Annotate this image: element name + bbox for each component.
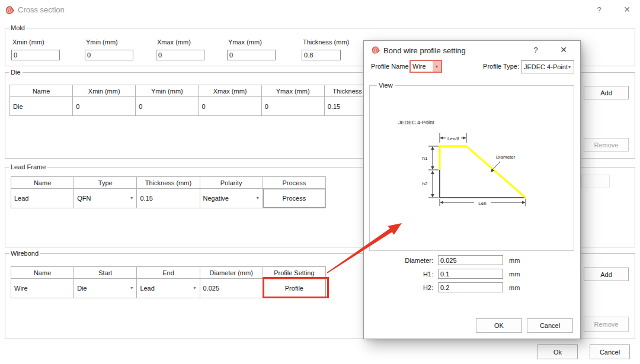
die-remove-button[interactable]: Remove — [584, 138, 629, 152]
h1-label: H1: — [376, 270, 433, 278]
die-add-button[interactable]: Add — [584, 86, 629, 99]
wb-cell-name[interactable]: Wire — [11, 279, 74, 298]
chevron-down-icon: ▾ — [130, 196, 133, 201]
app-icon — [371, 46, 380, 55]
h2-label: H2: — [376, 284, 433, 291]
h2-unit: mm — [509, 284, 520, 291]
mold-xmin-label: Xmin (mm) — [12, 38, 44, 46]
process-button[interactable]: Process — [263, 189, 325, 208]
h1-unit: mm — [509, 270, 520, 278]
leadframe-header-row: Name Type Thickness (mm) Polarity Proces… — [11, 177, 326, 189]
lf-cell-process: Process — [263, 189, 325, 208]
cancel-button[interactable]: Cancel — [590, 344, 630, 359]
chevron-down-icon: ▾ — [257, 196, 259, 201]
profile-name-combo[interactable]: Wire ▾ — [409, 60, 442, 73]
wirebond-table: Name Start End Diameter (mm) Profile Set… — [11, 266, 326, 298]
wirebond-remove-button[interactable]: Remove — [584, 317, 629, 332]
wire-profile-diagram: JEDEC 4-Point Len/8 — [370, 86, 574, 250]
chevron-down-icon: ▾ — [130, 286, 133, 291]
die-col-xmin: Xmin (mm) — [73, 85, 136, 97]
wirebond-row: Wire Die ▾ Lead ▾ 0.025 Profile — [11, 279, 326, 298]
die-cell-name[interactable]: Die — [10, 97, 73, 116]
wb-col-profile: Profile Setting — [263, 267, 325, 279]
chevron-down-icon: ▾ — [194, 286, 196, 291]
profile-name-label: Profile Name — [371, 63, 409, 70]
mold-ymax-label: Ymax (mm) — [228, 38, 262, 46]
die-header-row: Name Xmin (mm) Ymin (mm) Xmax (mm) Ymax … — [10, 85, 388, 97]
die-group-title: Die — [9, 69, 23, 76]
mold-ymin-label: Ymin (mm) — [86, 38, 118, 46]
view-group: View JEDEC 4-Point Len/8 — [369, 85, 574, 251]
lf-col-type: Type — [74, 177, 137, 189]
die-col-name: Name — [10, 85, 73, 97]
dialog-ok-button[interactable]: OK — [476, 318, 522, 333]
mold-group-title: Mold — [9, 24, 27, 31]
wb-col-end: End — [137, 267, 200, 279]
chevron-down-icon: ▾ — [568, 65, 574, 70]
lf-col-process: Process — [263, 177, 325, 189]
wirebond-group-title: Wirebond — [9, 250, 40, 257]
die-col-xmax: Xmax (mm) — [199, 85, 261, 97]
svg-text:Len: Len — [478, 201, 486, 206]
chevron-down-icon: ▾ — [433, 61, 441, 72]
lf-cell-name[interactable]: Lead — [11, 189, 74, 208]
lf-col-name: Name — [11, 177, 74, 189]
profile-type-label: Profile Type: — [471, 63, 519, 70]
dialog-cancel-button[interactable]: Cancel — [527, 318, 573, 333]
wb-cell-start[interactable]: Die ▾ — [74, 279, 137, 298]
wb-cell-end[interactable]: Lead ▾ — [137, 279, 200, 298]
wirebond-add-button[interactable]: Add — [584, 268, 629, 281]
die-col-ymax: Ymax (mm) — [261, 85, 324, 97]
diameter-unit: mm — [509, 257, 520, 264]
mold-xmax-label: Xmax (mm) — [157, 38, 191, 46]
lf-cell-type[interactable]: QFN ▾ — [74, 189, 137, 208]
die-cell-xmax[interactable]: 0 — [199, 97, 261, 116]
h1-input[interactable] — [438, 269, 503, 279]
ok-button[interactable]: Ok — [537, 344, 578, 359]
die-table: Name Xmin (mm) Ymin (mm) Xmax (mm) Ymax … — [9, 85, 388, 116]
die-col-ymin: Ymin (mm) — [136, 85, 199, 97]
h2-input[interactable] — [438, 282, 503, 292]
mold-ymax-input[interactable] — [227, 50, 276, 60]
svg-text:Diameter: Diameter — [496, 154, 516, 160]
svg-text:h1: h1 — [423, 156, 428, 161]
leadframe-table: Name Type Thickness (mm) Polarity Proces… — [11, 176, 326, 208]
wb-col-diameter: Diameter (mm) — [200, 267, 263, 279]
die-cell-ymax[interactable]: 0 — [261, 97, 324, 116]
view-group-title: View — [377, 82, 395, 89]
close-icon[interactable]: ✕ — [620, 5, 634, 14]
die-cell-ymin[interactable]: 0 — [136, 97, 199, 116]
wb-cell-profile: Profile — [263, 279, 325, 298]
profile-button[interactable]: Profile — [263, 279, 325, 298]
dialog-help-button[interactable]: ? — [530, 46, 542, 54]
leadframe-row: Lead QFN ▾ 0.15 Negative ▾ Process — [11, 189, 326, 208]
diameter-label: Diameter: — [376, 257, 433, 264]
mold-thickness-input[interactable] — [302, 50, 341, 60]
app-icon — [5, 5, 15, 15]
cross-section-window: Cross section ? ✕ Mold Xmin (mm) Ymin (m… — [0, 0, 640, 364]
mold-ymin-input[interactable] — [85, 50, 133, 60]
diameter-input[interactable] — [438, 255, 503, 265]
die-cell-xmin[interactable]: 0 — [73, 97, 136, 116]
leadframe-group-title: Lead Frame — [9, 163, 47, 170]
wirebond-header-row: Name Start End Diameter (mm) Profile Set… — [11, 267, 326, 279]
svg-text:h2: h2 — [423, 181, 428, 186]
leadframe-add-button[interactable] — [581, 175, 610, 188]
die-row: Die 0 0 0 0 0.15 — [10, 97, 388, 116]
lf-col-polarity: Polarity — [200, 177, 263, 189]
mold-xmin-input[interactable] — [11, 50, 60, 60]
window-title: Cross section — [18, 5, 65, 14]
mold-xmax-input[interactable] — [156, 50, 204, 60]
wb-col-start: Start — [74, 267, 137, 279]
svg-text:Len/8: Len/8 — [447, 136, 460, 141]
lf-cell-thickness[interactable]: 0.15 — [137, 189, 200, 208]
profile-type-combo[interactable]: JEDEC 4-Point ▾ — [521, 60, 574, 73]
help-button[interactable]: ? — [593, 5, 606, 14]
mold-thickness-label: Thickness (mm) — [303, 38, 349, 46]
wb-cell-diameter[interactable]: 0.025 — [200, 279, 263, 298]
svg-text:JEDEC 4-Point: JEDEC 4-Point — [398, 120, 434, 125]
lf-col-thickness: Thickness (mm) — [137, 177, 200, 189]
bond-wire-profile-dialog: Bond wire profile setting ? ✕ Profile Na… — [363, 40, 581, 339]
dialog-close-icon[interactable]: ✕ — [557, 45, 570, 54]
lf-cell-polarity[interactable]: Negative ▾ — [200, 189, 263, 208]
